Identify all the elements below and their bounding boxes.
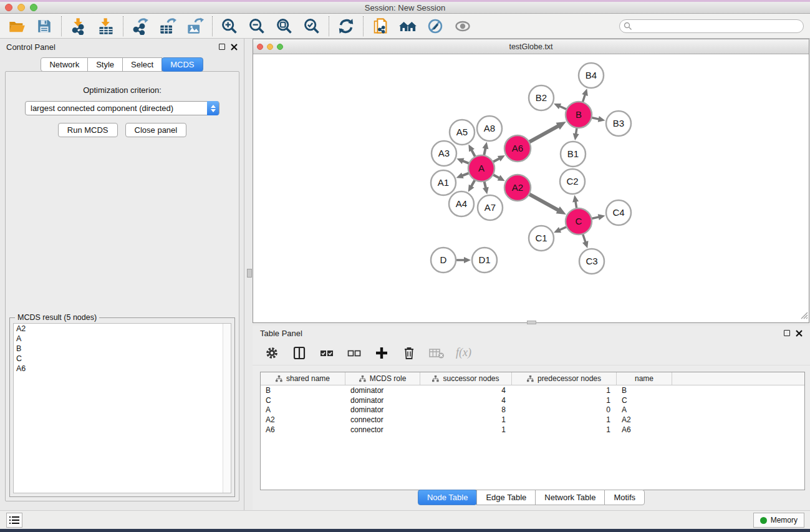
export-table-icon[interactable] <box>158 17 177 36</box>
hide-graphics-details-icon[interactable] <box>426 17 445 36</box>
graph-node-label: B <box>576 109 582 120</box>
resize-grip-icon[interactable] <box>799 311 808 322</box>
graph-edge-C-C1[interactable] <box>559 227 567 231</box>
network-horizontal-scrollbar-thumb[interactable] <box>527 321 536 324</box>
graph-node-label: B2 <box>536 92 547 103</box>
graph-node-label: A7 <box>485 202 496 213</box>
column-header-successor-nodes[interactable]: successor nodes <box>420 372 512 385</box>
graph-edge-A-A4[interactable] <box>471 180 475 187</box>
delete-column-trash-icon[interactable] <box>401 345 417 361</box>
graph-edge-B-B2[interactable] <box>559 106 567 110</box>
tab-edge-table[interactable]: Edge Table <box>476 490 536 505</box>
graph-edge-A-A5[interactable] <box>471 149 475 157</box>
tab-network[interactable]: Network <box>41 57 88 72</box>
network-window-title: testGlobe.txt <box>253 42 809 51</box>
graph-node-label: A1 <box>438 177 449 188</box>
deselect-all-icon[interactable] <box>346 345 362 361</box>
table-cell: A <box>617 405 672 414</box>
graph-node-label: A4 <box>456 198 467 209</box>
search-input[interactable] <box>619 19 804 33</box>
graph-edge-arrowhead <box>483 187 489 195</box>
criterion-dropdown[interactable]: largest connected component (directed) <box>25 101 219 115</box>
show-columns-icon[interactable] <box>291 345 307 361</box>
graph-edge-C-C3[interactable] <box>583 234 586 243</box>
table-row[interactable]: A2connector11A2 <box>261 415 804 425</box>
graph-edge-C-C4[interactable] <box>592 217 600 219</box>
window-title: Session: New Session <box>0 3 810 12</box>
refresh-icon[interactable] <box>337 17 355 36</box>
mcds-list-scrollbar[interactable] <box>223 324 231 493</box>
graph-node-label: D <box>440 254 447 265</box>
run-mcds-button[interactable]: Run MCDS <box>58 123 118 137</box>
task-history-button[interactable] <box>6 513 22 528</box>
node-table[interactable]: shared nameMCDS rolesuccessor nodesprede… <box>260 372 805 490</box>
network-vertical-scrollbar-thumb[interactable] <box>247 269 252 278</box>
table-cell: C <box>261 396 345 405</box>
table-row[interactable]: A6connector11A6 <box>261 425 804 435</box>
float-table-panel-icon[interactable] <box>784 330 790 336</box>
zoom-selected-icon[interactable] <box>302 17 321 36</box>
control-panel-title: Control Panel <box>6 42 55 52</box>
create-column-icon[interactable] <box>374 345 390 361</box>
graph-node-label: A6 <box>512 143 523 153</box>
houses-icon[interactable] <box>398 17 417 36</box>
tab-motifs[interactable]: Motifs <box>604 490 645 505</box>
show-hide-annotations-icon[interactable] <box>453 17 472 36</box>
tab-network-table[interactable]: Network Table <box>535 490 605 505</box>
tab-style[interactable]: Style <box>87 57 123 72</box>
graph-edge-A2-C[interactable] <box>529 194 559 210</box>
save-session-icon[interactable] <box>35 17 54 36</box>
table-cell: connector <box>345 415 420 424</box>
graph-node-label: B4 <box>586 70 597 80</box>
zoom-fit-icon[interactable] <box>275 17 294 36</box>
zoom-in-icon[interactable] <box>220 17 239 36</box>
float-panel-icon[interactable] <box>219 44 225 50</box>
new-network-from-selection-icon[interactable] <box>371 17 390 36</box>
column-header-name[interactable]: name <box>617 372 672 385</box>
table-cell: 1 <box>512 425 617 434</box>
graph-node-label: B1 <box>567 148 579 159</box>
memory-button[interactable]: Memory <box>753 513 804 528</box>
close-panel-button[interactable]: Close panel <box>125 123 187 137</box>
mcds-result-item[interactable]: A2 <box>14 324 231 334</box>
mcds-result-item[interactable]: B <box>14 344 231 354</box>
table-toolbar: f(x) <box>253 341 810 365</box>
graph-edge-A6-B[interactable] <box>529 125 559 142</box>
open-file-icon[interactable] <box>7 17 26 36</box>
tab-select[interactable]: Select <box>122 57 162 72</box>
mcds-result-item[interactable]: C <box>14 354 231 364</box>
tab-node-table[interactable]: Node Table <box>418 490 478 505</box>
close-table-panel-icon[interactable] <box>796 330 803 337</box>
network-window-titlebar[interactable]: testGlobe.txt <box>253 39 809 54</box>
export-image-icon[interactable] <box>186 17 205 36</box>
tab-mcds[interactable]: MCDS <box>162 57 203 72</box>
select-all-icon[interactable] <box>319 345 335 361</box>
delete-table-icon-disabled <box>428 345 445 361</box>
table-row[interactable]: Cdominator41C <box>261 395 804 405</box>
main-titlebar: Session: New Session <box>0 2 810 14</box>
table-cell: 0 <box>512 405 617 414</box>
column-header-predecessor-nodes[interactable]: predecessor nodes <box>512 372 617 385</box>
column-header-MCDS-role[interactable]: MCDS role <box>345 372 420 385</box>
network-canvas[interactable]: B4B2BB3A5A8A6A3B1AA1C2A2A4A7C4CC1C3DD1 <box>253 54 809 322</box>
import-table-icon[interactable] <box>97 17 115 36</box>
graph-edge-arrowhead <box>456 173 464 178</box>
mcds-result-item[interactable]: A6 <box>14 364 231 374</box>
graph-node-label: A2 <box>512 182 523 193</box>
network-graph[interactable]: B4B2BB3A5A8A6A3B1AA1C2A2A4A7C4CC1C3DD1 <box>253 54 809 322</box>
table-cell: dominator <box>345 405 420 414</box>
export-network-icon[interactable] <box>131 17 150 36</box>
graph-edge-B-B4[interactable] <box>582 94 585 102</box>
import-network-icon[interactable] <box>69 17 88 36</box>
dropdown-stepper-icon <box>207 101 219 115</box>
graph-node-label: D1 <box>478 254 490 265</box>
table-row[interactable]: Adominator80A <box>261 405 804 415</box>
table-row[interactable]: Bdominator41B <box>261 385 804 395</box>
table-settings-gear-icon[interactable] <box>264 345 280 361</box>
mcds-result-item[interactable]: A <box>14 334 231 344</box>
close-panel-icon[interactable] <box>231 44 238 51</box>
zoom-out-icon[interactable] <box>248 17 266 36</box>
mcds-result-list[interactable]: A2ABCA6 <box>13 323 231 493</box>
graph-edge-B-B3[interactable] <box>592 117 600 119</box>
column-header-shared-name[interactable]: shared name <box>261 372 345 385</box>
